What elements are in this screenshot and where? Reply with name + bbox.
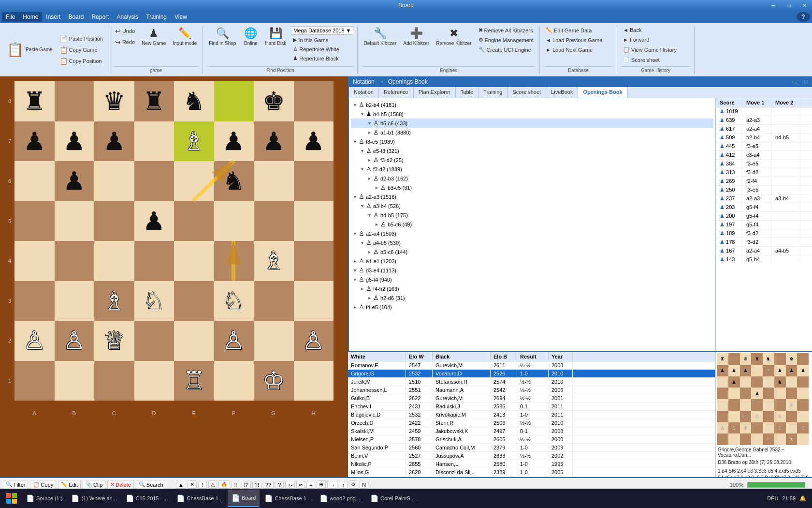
tree-item[interactable]: ▼♙e5-f3 (321): [351, 146, 713, 155]
score-row[interactable]: ♟ 384 f3-e5: [716, 160, 812, 168]
square-d6[interactable]: [134, 161, 174, 201]
square-f1[interactable]: [214, 361, 254, 401]
taskbar-item-c15.2015---...[interactable]: 📄C15.2015 - ...: [122, 490, 172, 507]
square-h5[interactable]: [294, 201, 334, 241]
copy-position-button[interactable]: 📋 Copy Position: [58, 56, 105, 66]
score-row[interactable]: ♟ 639 a2-a3: [716, 116, 812, 125]
square-g7[interactable]: ♟: [254, 121, 294, 162]
ann-symbol-13[interactable]: ⊕: [317, 480, 326, 489]
score-row[interactable]: ♟ 313 f3-d2: [716, 168, 812, 177]
square-b1[interactable]: [55, 361, 95, 401]
help-icon[interactable]: ?: [797, 12, 810, 22]
tree-item[interactable]: ▼♟b4-b5 (1568): [351, 109, 713, 119]
tree-item[interactable]: ▼♙b5-c6 (433): [351, 119, 713, 128]
taskbar-item-source-(1:)[interactable]: 📄Source (1:): [22, 490, 66, 507]
taskbar-item-wood2.png-...[interactable]: 📄wood2.png ...: [316, 490, 365, 507]
square-f3[interactable]: ♘: [214, 281, 254, 321]
view-game-history-button[interactable]: 📋View Game History: [621, 45, 679, 54]
tree-item[interactable]: ▼♙b4-b5 (175): [351, 210, 713, 220]
piece-b2[interactable]: ♙: [63, 326, 86, 355]
clip-button[interactable]: 📎 Clip: [83, 480, 105, 489]
engine-management-button[interactable]: ⚙Engine Management: [477, 36, 536, 44]
repertoire-black-button[interactable]: ♟Repertoire Black: [291, 54, 353, 62]
load-prev-game-button[interactable]: ◄Load Previous Game: [544, 36, 604, 44]
piece-h2[interactable]: ♙: [302, 326, 325, 355]
piece-c3[interactable]: ♗: [103, 286, 126, 315]
tree-item[interactable]: ▼♙a4-b5 (530): [351, 238, 713, 247]
taskbar-item-corel-paints...[interactable]: 📄Corel PaintS...: [366, 490, 419, 507]
tree-item[interactable]: ►♙a1-b1 (3880): [351, 128, 713, 137]
square-f4[interactable]: [214, 241, 254, 281]
piece-f7[interactable]: ♟: [222, 127, 245, 156]
menu-report[interactable]: Report: [87, 12, 113, 22]
ann-symbol-17[interactable]: N: [360, 481, 368, 489]
ann-symbol-9[interactable]: ?: [275, 481, 284, 489]
score-row[interactable]: ♟ 189 f3-d2: [716, 229, 812, 238]
load-next-game-button[interactable]: ►Load Next Game: [544, 46, 594, 54]
square-b4[interactable]: [55, 241, 95, 281]
piece-b7[interactable]: ♟: [63, 127, 86, 156]
create-uci-button[interactable]: 🔧Create UCI Engine: [477, 45, 536, 54]
score-row[interactable]: ♟ 203 g5-f4: [716, 203, 812, 212]
square-g6[interactable]: [254, 161, 294, 201]
taskbar-item-chessbase-1...[interactable]: 📄ChessBase 1...: [261, 490, 315, 507]
tree-item[interactable]: ▼♙f3-e5 (1939): [351, 137, 713, 146]
score-row[interactable]: ♟ 509 b2-b4 b4-b5: [716, 134, 812, 142]
square-g4[interactable]: ♗: [254, 241, 294, 281]
score-row[interactable]: ♟ 250 f3-e5: [716, 186, 812, 194]
piece-c2[interactable]: ♕: [103, 326, 126, 355]
ann-symbol-16[interactable]: ⟳: [349, 480, 358, 489]
undo-button[interactable]: ↩Undo: [113, 26, 137, 36]
square-a7[interactable]: ♟: [14, 121, 55, 162]
piece-f3[interactable]: ♘: [222, 286, 245, 315]
tree-item[interactable]: ►♙b5-c6 (49): [351, 220, 713, 229]
score-row[interactable]: ♟ 167 a2-a4 a4-b5: [716, 247, 812, 255]
square-g8[interactable]: ♚: [254, 81, 294, 121]
tree-item[interactable]: ►♙f4-e5 (104): [351, 302, 713, 312]
square-b7[interactable]: ♟: [55, 121, 95, 162]
square-c1[interactable]: [94, 361, 134, 401]
tree-item[interactable]: ►♙d2-b3 (162): [351, 174, 713, 183]
piece-g4[interactable]: ♗: [262, 246, 285, 275]
delete-button[interactable]: ✕ Delete: [107, 480, 134, 489]
menu-file[interactable]: File: [2, 12, 19, 22]
square-b5[interactable]: [55, 201, 95, 241]
square-a3[interactable]: [14, 281, 55, 321]
ann-symbol-1[interactable]: ✕: [188, 480, 197, 489]
piece-g8[interactable]: ♚: [262, 87, 285, 116]
ann-symbol-14[interactable]: →: [327, 481, 337, 489]
square-c2[interactable]: ♕: [94, 321, 134, 361]
square-d7[interactable]: [134, 121, 174, 162]
score-row[interactable]: ♟ 617 a2-a4: [716, 125, 812, 134]
tab-plan-explorer[interactable]: Plan Explorer: [414, 87, 456, 98]
square-g1[interactable]: ♔: [254, 361, 294, 401]
copy-button[interactable]: 📋 Copy: [30, 480, 56, 489]
copy-game-button[interactable]: 📋 Copy Game: [58, 45, 105, 55]
square-e3[interactable]: [174, 281, 214, 321]
square-d1[interactable]: [134, 361, 174, 401]
score-row[interactable]: ♟ 237 a2-a3 a3-b4: [716, 194, 812, 203]
square-b2[interactable]: ♙: [55, 321, 95, 361]
start-button[interactable]: [2, 490, 21, 507]
square-c4[interactable]: [94, 241, 134, 281]
square-e7[interactable]: ♗: [174, 121, 214, 162]
hard-disk-button[interactable]: 💾 Hard Disk: [263, 26, 288, 47]
tab-livebook[interactable]: LiveBook: [546, 87, 578, 98]
menu-insert[interactable]: Insert: [42, 12, 64, 22]
square-c3[interactable]: ♗: [94, 281, 134, 321]
square-g5[interactable]: [254, 201, 294, 241]
piece-g1[interactable]: ♔: [262, 366, 285, 395]
tab-reference[interactable]: Reference: [379, 87, 414, 98]
tab-openings-book[interactable]: Openings Book: [578, 87, 627, 98]
square-d8[interactable]: ♜: [134, 81, 174, 121]
square-h2[interactable]: ♙: [294, 321, 334, 361]
score-row[interactable]: ♟ 412 c3-a4: [716, 151, 812, 160]
square-f7[interactable]: ♟: [214, 121, 254, 162]
piece-d8[interactable]: ♜: [143, 87, 165, 116]
remove-kibitzer-button[interactable]: ✖ Remove Kibitzer: [434, 26, 473, 47]
ann-symbol-11[interactable]: ∞: [296, 481, 305, 489]
new-game-button[interactable]: ♟ New Game: [140, 26, 168, 47]
score-row[interactable]: ♟ 178 f3-d2: [716, 238, 812, 247]
piece-c7[interactable]: ♟: [103, 127, 126, 156]
tab-training[interactable]: Training: [478, 87, 508, 98]
